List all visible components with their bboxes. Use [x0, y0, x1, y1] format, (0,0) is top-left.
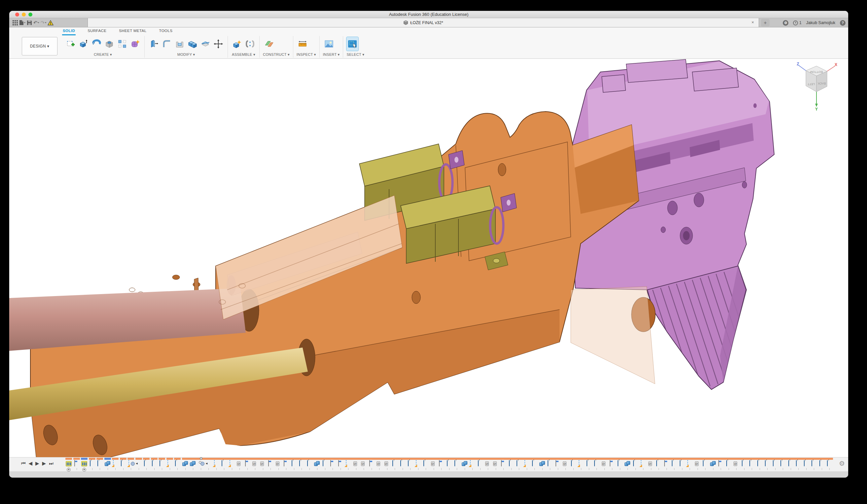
model-canvas[interactable]: BOTTOM LEFT BACK Z X Y [9, 59, 848, 457]
timeline-feature-extrude[interactable] [826, 460, 833, 467]
ribbon-group-label[interactable]: INSPECT ▾ [297, 52, 316, 57]
timeline-feature-extrude[interactable] [322, 460, 328, 467]
timeline-feature-extrude[interactable] [143, 460, 150, 467]
shell-button[interactable] [174, 37, 186, 51]
timeline-feature-hole[interactable]: ⊘ [275, 460, 282, 467]
pattern-button[interactable] [116, 37, 128, 51]
save-icon[interactable] [27, 20, 32, 25]
timeline-feature-construction-plane[interactable] [283, 460, 289, 467]
timeline-feature-extrude[interactable] [221, 460, 227, 467]
timeline-feature-extrude[interactable] [306, 460, 313, 467]
timeline-feature-extrude[interactable] [392, 460, 398, 467]
timeline-feature-extrude[interactable] [159, 460, 165, 467]
timeline-feature-hole[interactable]: ⊘ [648, 460, 654, 467]
design-history-timeline[interactable]: ⏮◀▶▶⏭ ⊘⊘⊘⊘⊘⊘⊘⊘⊘⊘⊘⊘⊘⊘⊘⊘ ⚙ ++ [9, 457, 848, 471]
timeline-feature-hole[interactable]: ⊘ [252, 460, 258, 467]
timeline-feature-construction-plane[interactable] [244, 460, 251, 467]
file-icon[interactable]: ▾ [19, 20, 25, 25]
ribbon-tab-solid[interactable]: SOLID [62, 29, 76, 35]
timeline-feature-extrude[interactable] [291, 460, 297, 467]
timeline-feature-extrude[interactable] [617, 460, 623, 467]
timeline-feature-extrude[interactable] [120, 460, 127, 467]
extrude-button[interactable] [78, 37, 89, 51]
press-pull-button[interactable] [148, 37, 160, 51]
timeline-feature-extrude[interactable] [803, 460, 810, 467]
undo-icon[interactable]: ↶▾ [33, 20, 39, 26]
timeline-feature-hole[interactable]: ⊘ [360, 460, 367, 467]
workspace-selector[interactable]: DESIGN ▾ [22, 37, 57, 55]
timeline-feature-sketch[interactable] [167, 460, 173, 467]
notification-center[interactable]: 1 [793, 21, 802, 25]
timeline-feature-extrude[interactable] [795, 460, 802, 467]
job-warning-icon[interactable] [47, 20, 54, 25]
hole-button[interactable] [103, 37, 115, 51]
timeline-feature-extrude[interactable] [586, 460, 592, 467]
select-button[interactable] [346, 37, 358, 51]
construct-plane-button[interactable] [263, 37, 275, 51]
timeline-feature-extrude[interactable] [655, 460, 662, 467]
timeline-feature-combine[interactable] [104, 460, 111, 467]
timeline-feature-construction-plane[interactable] [368, 460, 375, 467]
help-icon[interactable]: ? [840, 20, 846, 26]
macos-titlebar[interactable]: Autodesk Fusion 360 (Education License) [9, 11, 848, 18]
timeline-feature-hole[interactable]: ⊘ [236, 460, 243, 467]
timeline-feature-extrude[interactable] [151, 460, 158, 467]
timeline-feature-component[interactable] [81, 460, 87, 467]
combine-button[interactable] [186, 37, 199, 51]
timeline-feature-hole[interactable]: ⊘ [376, 460, 383, 467]
timeline-feature-extrude[interactable] [593, 460, 600, 467]
timeline-feature-revert[interactable] [136, 460, 142, 467]
timeline-feature-hole[interactable]: ⊘ [733, 460, 739, 467]
revolve-button[interactable] [90, 37, 103, 51]
timeline-feature-extrude[interactable] [508, 460, 515, 467]
ribbon-group-label[interactable]: CONSTRUCT ▾ [263, 52, 290, 57]
timeline-feature-hole[interactable]: ⊘ [353, 460, 359, 467]
timeline-feature-hole[interactable]: ⊘ [601, 460, 608, 467]
timeline-feature-sketch[interactable] [112, 460, 119, 467]
timeline-feature-combine[interactable] [710, 460, 716, 467]
timeline-feature-hole[interactable]: ⊘ [492, 460, 499, 467]
app-launcher-grid-icon[interactable] [12, 20, 18, 25]
timeline-feature-extrude[interactable] [407, 460, 414, 467]
timeline-feature-extrude[interactable] [748, 460, 755, 467]
timeline-feature-extrude[interactable] [547, 460, 553, 467]
timeline-group-expand-button[interactable]: + [67, 468, 71, 472]
timeline-feature-combine[interactable] [314, 460, 320, 467]
timeline-feature-sketch[interactable] [345, 460, 351, 467]
timeline-feature-extrude[interactable] [788, 460, 794, 467]
timeline-feature-extrude[interactable] [422, 460, 429, 467]
timeline-feature-extrude[interactable] [741, 460, 747, 467]
form-button[interactable] [129, 37, 141, 51]
timeline-feature-extrude[interactable] [679, 460, 685, 467]
ribbon-group-label[interactable]: CREATE ▾ [65, 52, 141, 57]
timeline-feature-sketch[interactable] [228, 460, 235, 467]
timeline-feature-construction-plane[interactable] [663, 460, 670, 467]
timeline-feature-sketch[interactable] [686, 460, 693, 467]
viewcube[interactable]: BOTTOM LEFT BACK Z X Y [796, 62, 839, 111]
ribbon-tab-tools[interactable]: TOOLS [158, 29, 173, 35]
timeline-feature-construction-plane[interactable] [329, 460, 336, 467]
new-tab-button[interactable]: + [761, 19, 770, 26]
ribbon-group-label[interactable]: SELECT ▾ [346, 52, 364, 57]
timeline-feature-combine[interactable] [182, 460, 189, 467]
timeline-feature-extrude[interactable] [671, 460, 677, 467]
timeline-feature-construction-plane[interactable] [500, 460, 507, 467]
timeline-feature-hole[interactable]: ⊘ [694, 460, 701, 467]
timeline-feature-extrude[interactable] [89, 460, 95, 467]
job-status-icon[interactable]: ⚙ [783, 20, 789, 26]
timeline-feature-combine[interactable] [624, 460, 631, 467]
cad-model[interactable] [9, 59, 848, 457]
ribbon-tab-surface[interactable]: SURFACE [87, 29, 107, 35]
insert-image-button[interactable] [323, 37, 335, 51]
timeline-feature-component[interactable] [65, 460, 72, 467]
timeline-feature-hole[interactable]: ⊘ [484, 460, 491, 467]
timeline-feature-construction-plane[interactable] [337, 460, 344, 467]
new-component-button[interactable] [231, 37, 243, 51]
timeline-feature-extrude[interactable] [725, 460, 732, 467]
timeline-feature-extrude[interactable] [818, 460, 825, 467]
document-tab[interactable]: ŁOŻE FINAL v32* × [87, 18, 759, 27]
timeline-feature-extrude[interactable] [516, 460, 522, 467]
timeline-feature-extrude[interactable] [446, 460, 452, 467]
joint-button[interactable] [244, 37, 256, 51]
ribbon-group-label[interactable]: MODIFY ▾ [148, 52, 224, 57]
